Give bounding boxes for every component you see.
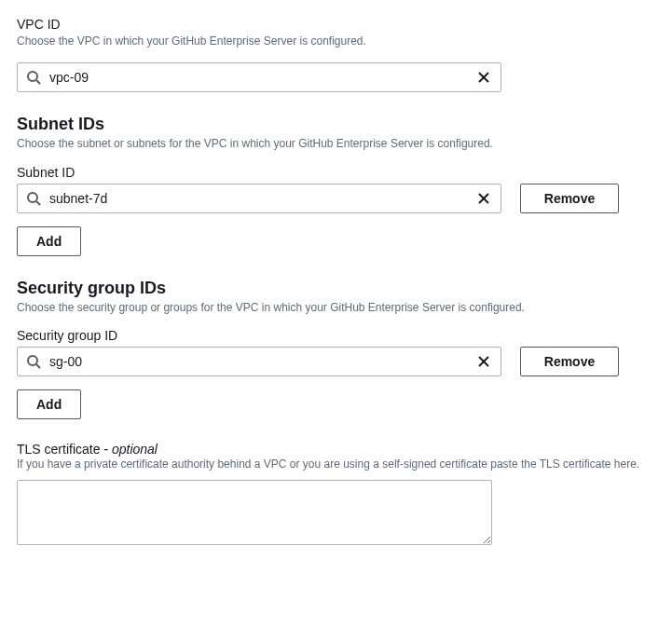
vpc-id-desc: Choose the VPC in which your GitHub Ente… — [17, 34, 655, 49]
subnet-id-input-wrap — [17, 184, 501, 213]
add-security-group-button[interactable]: Add — [17, 389, 81, 419]
clear-icon[interactable] — [473, 351, 494, 372]
security-group-id-input[interactable] — [17, 347, 501, 376]
vpc-id-input[interactable] — [17, 62, 501, 92]
tls-label-optional: - optional — [100, 442, 157, 457]
subnet-id-label: Subnet ID — [17, 165, 655, 180]
subnet-ids-section: Subnet IDs Choose the subnet or subnets … — [17, 115, 655, 256]
security-group-id-input-wrap — [17, 347, 501, 376]
subnet-ids-desc: Choose the subnet or subnets for the VPC… — [17, 136, 655, 152]
security-group-ids-heading: Security group IDs — [17, 279, 655, 298]
tls-certificate-label: TLS certificate - optional — [17, 442, 655, 457]
vpc-id-input-wrap — [17, 62, 501, 92]
vpc-id-label: VPC ID — [17, 17, 655, 32]
remove-security-group-button[interactable]: Remove — [520, 347, 619, 376]
remove-subnet-button[interactable]: Remove — [520, 184, 619, 213]
tls-certificate-desc: If you have a private certificate author… — [17, 457, 655, 472]
subnet-ids-heading: Subnet IDs — [17, 115, 655, 134]
vpc-id-section: VPC ID Choose the VPC in which your GitH… — [17, 17, 655, 92]
subnet-id-input[interactable] — [17, 184, 501, 213]
clear-icon[interactable] — [473, 188, 494, 209]
tls-certificate-textarea[interactable] — [17, 480, 492, 545]
security-group-id-label: Security group ID — [17, 328, 655, 343]
tls-certificate-section: TLS certificate - optional If you have a… — [17, 442, 655, 548]
security-group-ids-desc: Choose the security group or groups for … — [17, 300, 655, 316]
add-subnet-button[interactable]: Add — [17, 226, 81, 256]
tls-label-main: TLS certificate — [17, 442, 100, 457]
security-group-ids-section: Security group IDs Choose the security g… — [17, 279, 655, 420]
clear-icon[interactable] — [473, 67, 494, 88]
